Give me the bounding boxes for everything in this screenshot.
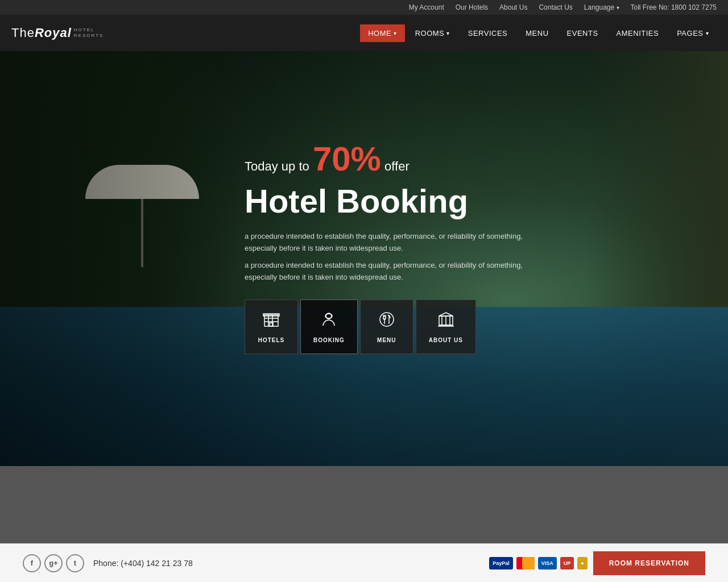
quick-link-hotels[interactable]: HOTELS: [245, 300, 298, 354]
payment-icons: PayPal VISA UP ●: [489, 557, 588, 569]
contact-us-link[interactable]: Contact Us: [539, 3, 572, 11]
nav-menu[interactable]: Menu: [518, 24, 556, 42]
hero-title: Hotel Booking: [245, 183, 546, 219]
social-links: f g+ t: [23, 554, 84, 572]
footer-bar: f g+ t Phone: (+404) 142 21 23 78 PayPal…: [0, 543, 728, 580]
our-hotels-link[interactable]: Our Hotels: [456, 3, 488, 11]
nav-rooms[interactable]: Rooms ▾: [407, 24, 458, 42]
quick-link-label-1: BOOKING: [313, 337, 345, 343]
svg-rect-8: [325, 314, 332, 318]
quick-link-icon-2: [378, 310, 396, 332]
googleplus-icon[interactable]: g+: [44, 554, 63, 572]
quick-link-icon-1: [320, 310, 338, 332]
paypal-icon: PayPal: [489, 557, 513, 569]
quick-links-row: HOTELS BOOKING MENU ABOUT US: [245, 300, 546, 354]
main-nav: TheRoyal HOTEL RESORTS Home ▾ Rooms ▾ Se…: [0, 15, 728, 51]
visa-icon: VISA: [538, 557, 557, 569]
nav-amenities[interactable]: Amenities: [609, 24, 667, 42]
my-account-link[interactable]: My Account: [409, 3, 444, 11]
quick-link-label-0: HOTELS: [258, 337, 285, 343]
amex-icon: ●: [577, 557, 587, 569]
nav-pages[interactable]: Pages ▾: [669, 24, 717, 42]
nav-events[interactable]: Events: [559, 24, 606, 42]
quick-link-icon-0: [262, 310, 280, 332]
unionpay-icon: UP: [560, 557, 574, 569]
svg-point-9: [380, 313, 394, 326]
quick-link-label-2: MENU: [377, 337, 396, 343]
nav-home[interactable]: Home ▾: [360, 24, 405, 42]
footer-phone: Phone: (+404) 142 21 23 78: [93, 559, 193, 568]
toll-free: Toll Free No: 1800 102 7275: [631, 3, 717, 11]
hero-content: Today up to 70% offer Hotel Booking a pr…: [245, 142, 546, 354]
nav-services[interactable]: Services: [460, 24, 516, 42]
footer-left: f g+ t Phone: (+404) 142 21 23 78: [23, 554, 193, 572]
hero-section: Today up to 70% offer Hotel Booking a pr…: [0, 51, 728, 466]
language-link[interactable]: Language ▾: [584, 3, 619, 11]
footer-right: PayPal VISA UP ● ROOM RESERVATION: [489, 551, 705, 575]
quick-link-icon-3: [437, 310, 455, 332]
svg-rect-0: [264, 315, 278, 326]
quick-link-label-3: ABOUT US: [429, 337, 463, 343]
logo[interactable]: TheRoyal HOTEL RESORTS: [11, 26, 104, 40]
twitter-icon[interactable]: t: [66, 554, 84, 572]
offer-percent: 70%: [313, 140, 381, 178]
offer-line: Today up to 70% offer: [245, 142, 546, 176]
room-reservation-button[interactable]: ROOM RESERVATION: [593, 551, 705, 575]
quick-link-menu[interactable]: MENU: [360, 300, 413, 354]
svg-marker-16: [439, 313, 453, 316]
hero-description-1: a procedure intended to establish the qu…: [245, 231, 546, 255]
main-navigation: Home ▾ Rooms ▾ Services Menu Events Amen…: [360, 24, 717, 42]
facebook-icon[interactable]: f: [23, 554, 41, 572]
top-bar: My Account Our Hotels About Us Contact U…: [0, 0, 728, 15]
quick-link-booking[interactable]: BOOKING: [300, 300, 358, 354]
about-us-link[interactable]: About Us: [499, 3, 527, 11]
hero-description-2: a procedure intended to establish the qu…: [245, 260, 546, 284]
quick-link-about-us[interactable]: ABOUT US: [416, 300, 476, 354]
mastercard-icon: [516, 557, 535, 569]
